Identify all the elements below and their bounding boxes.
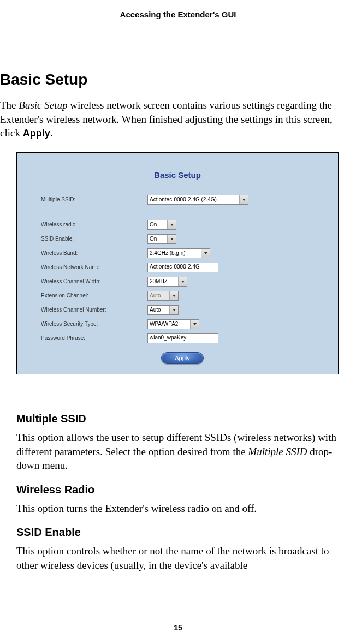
select-channel-width[interactable]: 20MHZ: [147, 277, 187, 287]
heading-wireless-radio: Wireless Radio: [16, 484, 348, 496]
select-value: WPA/WPA2: [150, 321, 188, 327]
chevron-down-icon: [169, 306, 178, 314]
chevron-down-icon: [167, 220, 176, 229]
select-wireless-band[interactable]: 2.4GHz (b,g,n): [147, 248, 210, 258]
label-ssid-enable: SSID Enable:: [25, 236, 147, 242]
label-wireless-radio: Wireless radio:: [25, 222, 147, 228]
row-network-name: Wireless Network Name: Actiontec-0000-2.…: [25, 260, 330, 275]
label-channel-width: Wireless Channel Width:: [25, 278, 147, 284]
select-value: On: [150, 236, 165, 242]
chevron-down-icon: [239, 195, 248, 204]
chevron-down-icon: [190, 320, 199, 329]
select-extension-channel: Auto: [147, 291, 179, 301]
paragraph-wireless-radio: This option turns the Extender's wireles…: [16, 502, 348, 516]
label-multiple-ssid: Multiple SSID:: [25, 196, 147, 202]
heading-ssid-enable: SSID Enable: [16, 526, 348, 539]
chevron-down-icon: [169, 291, 178, 300]
page-header: Accessing the Extender's GUI: [0, 0, 356, 19]
input-password[interactable]: wlan0_wpaKey: [147, 333, 218, 343]
heading-basic-setup: Basic Setup: [0, 71, 354, 88]
row-channel-width: Wireless Channel Width: 20MHZ: [25, 275, 330, 289]
row-multiple-ssid: Multiple SSID: Actiontec-0000-2.4G (2.4G…: [25, 193, 330, 207]
label-channel-number: Wireless Channel Number:: [25, 307, 147, 313]
row-ssid-enable: SSID Enable: On: [25, 232, 330, 246]
intro-paragraph: The Basic Setup wireless network screen …: [0, 98, 354, 140]
label-security-type: Wireless Security Type:: [25, 321, 147, 327]
select-value: 2.4GHz (b,g,n): [150, 250, 199, 256]
basic-setup-panel: Basic Setup Multiple SSID: Actiontec-000…: [16, 152, 339, 374]
chevron-down-icon: [167, 235, 176, 243]
row-channel-number: Wireless Channel Number: Auto: [25, 303, 330, 317]
label-wireless-band: Wireless Band:: [25, 250, 147, 256]
select-value: Auto: [150, 307, 167, 313]
paragraph-multiple-ssid: This option allows the user to setup dif…: [16, 431, 348, 473]
heading-multiple-ssid: Multiple SSID: [16, 413, 348, 425]
page-number: 15: [0, 623, 356, 632]
row-extension-channel: Extension Channel: Auto: [25, 289, 330, 303]
select-ssid-enable[interactable]: On: [147, 234, 176, 244]
intro-bold: Apply: [23, 128, 50, 139]
label-extension-channel: Extension Channel:: [25, 293, 147, 299]
select-value: Auto: [150, 293, 167, 299]
row-security-type: Wireless Security Type: WPA/WPA2: [25, 317, 330, 331]
apply-row: Apply: [25, 345, 330, 366]
intro-italic: Basic Setup: [19, 99, 67, 111]
row-wireless-radio: Wireless radio: On: [25, 218, 330, 232]
select-multiple-ssid[interactable]: Actiontec-0000-2.4G (2.4G): [147, 195, 248, 205]
input-network-name[interactable]: Actiontec-0000-2.4G: [147, 263, 218, 272]
select-value: Actiontec-0000-2.4G (2.4G): [150, 196, 237, 202]
body-italic: Multiple SSID: [248, 446, 307, 457]
label-password: Password Phrase:: [25, 335, 147, 341]
select-security-type[interactable]: WPA/WPA2: [147, 319, 199, 329]
chevron-down-icon: [178, 277, 187, 286]
intro-text: .: [50, 127, 53, 139]
apply-button[interactable]: Apply: [161, 352, 204, 364]
select-value: On: [150, 222, 165, 228]
row-password: Password Phrase: wlan0_wpaKey: [25, 331, 330, 345]
select-wireless-radio[interactable]: On: [147, 220, 176, 230]
chevron-down-icon: [201, 249, 210, 258]
intro-text: The: [0, 99, 19, 111]
row-wireless-band: Wireless Band: 2.4GHz (b,g,n): [25, 246, 330, 260]
select-channel-number[interactable]: Auto: [147, 305, 179, 315]
label-network-name: Wireless Network Name:: [25, 264, 147, 270]
select-value: 20MHZ: [150, 278, 176, 284]
paragraph-ssid-enable: This option controls whether or not the …: [16, 544, 348, 572]
panel-title: Basic Setup: [25, 160, 330, 193]
